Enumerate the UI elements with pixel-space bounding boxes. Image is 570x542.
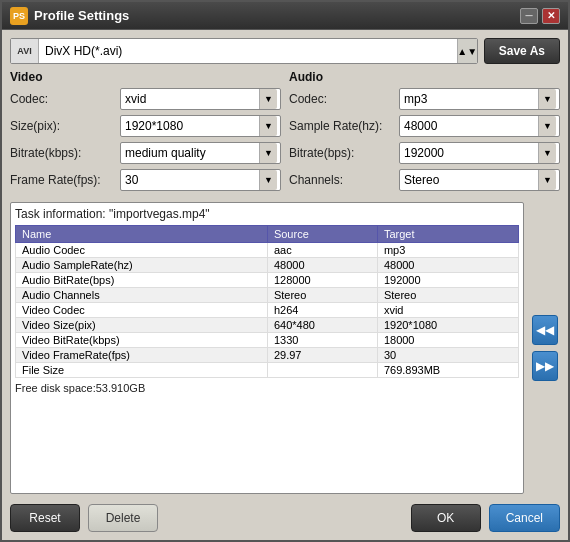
audio-codec-arrow[interactable]: ▼ — [538, 89, 556, 109]
profile-select[interactable]: AVI DivX HD(*.avi) ▲▼ — [10, 38, 478, 64]
reset-button[interactable]: Reset — [10, 504, 80, 532]
table-row: Video FrameRate(fps)29.9730 — [16, 348, 519, 363]
video-panel: Video Codec: xvid ▼ Size(pix): 1920*1080… — [10, 70, 281, 196]
audio-bitrate-select[interactable]: 192000 ▼ — [399, 142, 560, 164]
audio-channels-label: Channels: — [289, 173, 399, 187]
window-icon: PS — [10, 7, 28, 25]
main-area: Task information: "importvegas.mp4" Name… — [10, 202, 560, 494]
video-codec-arrow[interactable]: ▼ — [259, 89, 277, 109]
video-size-row: Size(pix): 1920*1080 ▼ — [10, 115, 281, 137]
table-row: File Size769.893MB — [16, 363, 519, 378]
video-codec-row: Codec: xvid ▼ — [10, 88, 281, 110]
col-target: Target — [377, 226, 518, 243]
audio-samplerate-label: Sample Rate(hz): — [289, 119, 399, 133]
video-section-title: Video — [10, 70, 281, 84]
content-area: AVI DivX HD(*.avi) ▲▼ Save As Video Code… — [2, 30, 568, 540]
audio-bitrate-row: Bitrate(bps): 192000 ▼ — [289, 142, 560, 164]
video-framerate-select[interactable]: 30 ▼ — [120, 169, 281, 191]
video-size-select[interactable]: 1920*1080 ▼ — [120, 115, 281, 137]
delete-button[interactable]: Delete — [88, 504, 158, 532]
table-row: Audio SampleRate(hz)4800048000 — [16, 258, 519, 273]
task-info-box: Task information: "importvegas.mp4" Name… — [10, 202, 524, 494]
settings-panels: Video Codec: xvid ▼ Size(pix): 1920*1080… — [10, 70, 560, 196]
free-space-text: Free disk space:53.910GB — [15, 382, 519, 394]
audio-channels-row: Channels: Stereo ▼ — [289, 169, 560, 191]
window: PS Profile Settings ─ ✕ AVI DivX HD(*.av… — [0, 0, 570, 542]
video-codec-label: Codec: — [10, 92, 120, 106]
table-row: Video Codech264xvid — [16, 303, 519, 318]
profile-value: DivX HD(*.avi) — [39, 44, 457, 58]
window-title: Profile Settings — [34, 8, 520, 23]
audio-codec-select[interactable]: mp3 ▼ — [399, 88, 560, 110]
audio-samplerate-arrow[interactable]: ▼ — [538, 116, 556, 136]
audio-bitrate-arrow[interactable]: ▼ — [538, 143, 556, 163]
audio-codec-row: Codec: mp3 ▼ — [289, 88, 560, 110]
table-row: Audio ChannelsStereoStereo — [16, 288, 519, 303]
table-row: Video BitRate(kbps)133018000 — [16, 333, 519, 348]
cancel-button[interactable]: Cancel — [489, 504, 560, 532]
audio-section-title: Audio — [289, 70, 560, 84]
window-controls: ─ ✕ — [520, 8, 560, 24]
audio-samplerate-select[interactable]: 48000 ▼ — [399, 115, 560, 137]
title-bar: PS Profile Settings ─ ✕ — [2, 2, 568, 30]
video-size-arrow[interactable]: ▼ — [259, 116, 277, 136]
table-row: Audio BitRate(bps)128000192000 — [16, 273, 519, 288]
video-codec-select[interactable]: xvid ▼ — [120, 88, 281, 110]
audio-channels-select[interactable]: Stereo ▼ — [399, 169, 560, 191]
audio-channels-arrow[interactable]: ▼ — [538, 170, 556, 190]
video-bitrate-label: Bitrate(kbps): — [10, 146, 120, 160]
close-button[interactable]: ✕ — [542, 8, 560, 24]
video-bitrate-row: Bitrate(kbps): medium quality ▼ — [10, 142, 281, 164]
ok-button[interactable]: OK — [411, 504, 481, 532]
profile-row: AVI DivX HD(*.avi) ▲▼ Save As — [10, 38, 560, 64]
video-framerate-row: Frame Rate(fps): 30 ▼ — [10, 169, 281, 191]
task-title: Task information: "importvegas.mp4" — [15, 207, 519, 221]
next-button[interactable]: ▶▶ — [532, 351, 558, 381]
col-source: Source — [267, 226, 377, 243]
video-framerate-label: Frame Rate(fps): — [10, 173, 120, 187]
table-row: Video Size(pix)640*4801920*1080 — [16, 318, 519, 333]
audio-panel: Audio Codec: mp3 ▼ Sample Rate(hz): 4800… — [289, 70, 560, 196]
video-bitrate-select[interactable]: medium quality ▼ — [120, 142, 281, 164]
col-name: Name — [16, 226, 268, 243]
nav-arrows: ◀◀ ▶▶ — [530, 202, 560, 494]
table-row: Audio Codecaacmp3 — [16, 243, 519, 258]
footer-right: OK Cancel — [411, 504, 560, 532]
video-framerate-arrow[interactable]: ▼ — [259, 170, 277, 190]
footer: Reset Delete OK Cancel — [10, 500, 560, 532]
video-bitrate-arrow[interactable]: ▼ — [259, 143, 277, 163]
prev-button[interactable]: ◀◀ — [532, 315, 558, 345]
audio-bitrate-label: Bitrate(bps): — [289, 146, 399, 160]
table-header-row: Name Source Target — [16, 226, 519, 243]
audio-codec-label: Codec: — [289, 92, 399, 106]
save-as-button[interactable]: Save As — [484, 38, 560, 64]
task-table: Name Source Target Audio Codecaacmp3Audi… — [15, 225, 519, 378]
audio-samplerate-row: Sample Rate(hz): 48000 ▼ — [289, 115, 560, 137]
profile-dropdown-arrow[interactable]: ▲▼ — [457, 39, 477, 63]
minimize-button[interactable]: ─ — [520, 8, 538, 24]
footer-left: Reset Delete — [10, 504, 158, 532]
profile-icon: AVI — [11, 39, 39, 63]
video-size-label: Size(pix): — [10, 119, 120, 133]
